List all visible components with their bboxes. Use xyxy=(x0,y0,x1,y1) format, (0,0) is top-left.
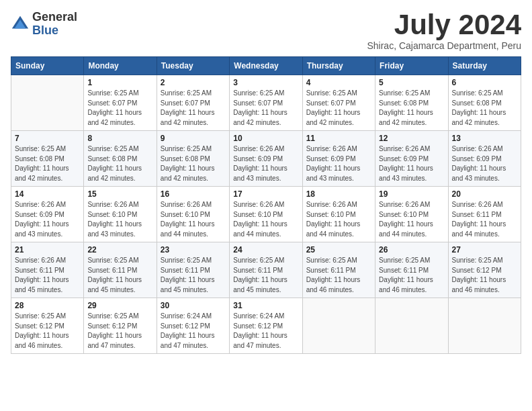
calendar-cell: 13Sunrise: 6:26 AM Sunset: 6:09 PM Dayli… xyxy=(448,131,521,187)
day-info: Sunrise: 6:26 AM Sunset: 6:09 PM Dayligh… xyxy=(15,200,80,239)
day-info: Sunrise: 6:25 AM Sunset: 6:07 PM Dayligh… xyxy=(233,89,298,128)
calendar-cell: 6Sunrise: 6:25 AM Sunset: 6:08 PM Daylig… xyxy=(448,75,521,131)
logo-general-text: General xyxy=(32,10,77,24)
calendar-cell: 12Sunrise: 6:26 AM Sunset: 6:09 PM Dayli… xyxy=(375,131,448,187)
day-number: 24 xyxy=(233,245,298,255)
day-info: Sunrise: 6:26 AM Sunset: 6:10 PM Dayligh… xyxy=(87,200,152,239)
calendar-cell xyxy=(302,298,375,354)
day-header-sunday: Sunday xyxy=(11,57,84,75)
day-info: Sunrise: 6:25 AM Sunset: 6:07 PM Dayligh… xyxy=(306,89,371,128)
day-info: Sunrise: 6:25 AM Sunset: 6:11 PM Dayligh… xyxy=(306,256,371,295)
calendar-cell: 22Sunrise: 6:25 AM Sunset: 6:11 PM Dayli… xyxy=(84,242,157,298)
day-info: Sunrise: 6:25 AM Sunset: 6:11 PM Dayligh… xyxy=(161,256,226,295)
calendar-cell: 16Sunrise: 6:26 AM Sunset: 6:10 PM Dayli… xyxy=(157,187,229,242)
logo: General Blue xyxy=(11,11,77,38)
days-header-row: SundayMondayTuesdayWednesdayThursdayFrid… xyxy=(11,57,521,75)
calendar-cell: 8Sunrise: 6:25 AM Sunset: 6:08 PM Daylig… xyxy=(84,131,157,187)
day-number: 25 xyxy=(306,245,371,255)
day-number: 4 xyxy=(306,78,371,87)
location-subtitle: Shirac, Cajamarca Department, Peru xyxy=(367,40,521,51)
day-number: 29 xyxy=(87,301,152,310)
calendar-cell: 11Sunrise: 6:26 AM Sunset: 6:09 PM Dayli… xyxy=(302,131,375,187)
calendar-cell xyxy=(375,298,448,354)
day-info: Sunrise: 6:26 AM Sunset: 6:10 PM Dayligh… xyxy=(306,200,371,239)
day-info: Sunrise: 6:26 AM Sunset: 6:11 PM Dayligh… xyxy=(452,200,517,239)
day-header-thursday: Thursday xyxy=(302,57,375,75)
logo-blue-text: Blue xyxy=(32,24,58,37)
calendar-cell: 17Sunrise: 6:26 AM Sunset: 6:10 PM Dayli… xyxy=(230,187,302,242)
calendar-week-3: 14Sunrise: 6:26 AM Sunset: 6:09 PM Dayli… xyxy=(11,187,521,242)
day-number: 13 xyxy=(452,134,517,143)
day-number: 18 xyxy=(306,189,371,199)
day-number: 2 xyxy=(161,78,226,87)
calendar-header: SundayMondayTuesdayWednesdayThursdayFrid… xyxy=(11,57,521,75)
day-number: 23 xyxy=(161,245,226,255)
day-info: Sunrise: 6:25 AM Sunset: 6:07 PM Dayligh… xyxy=(161,89,226,128)
calendar-cell: 23Sunrise: 6:25 AM Sunset: 6:11 PM Dayli… xyxy=(157,242,229,298)
day-info: Sunrise: 6:25 AM Sunset: 6:08 PM Dayligh… xyxy=(452,89,517,128)
calendar-cell: 2Sunrise: 6:25 AM Sunset: 6:07 PM Daylig… xyxy=(157,75,229,131)
calendar-body: 1Sunrise: 6:25 AM Sunset: 6:07 PM Daylig… xyxy=(11,75,521,354)
logo-icon xyxy=(11,15,30,34)
day-info: Sunrise: 6:26 AM Sunset: 6:09 PM Dayligh… xyxy=(306,144,371,183)
day-number: 28 xyxy=(15,301,80,310)
day-info: Sunrise: 6:26 AM Sunset: 6:10 PM Dayligh… xyxy=(233,200,298,239)
day-header-tuesday: Tuesday xyxy=(157,57,229,75)
day-number: 27 xyxy=(452,245,517,255)
calendar-cell xyxy=(11,75,84,131)
day-number: 31 xyxy=(233,301,298,310)
calendar-cell: 24Sunrise: 6:25 AM Sunset: 6:11 PM Dayli… xyxy=(230,242,302,298)
day-number: 6 xyxy=(452,78,517,87)
calendar-cell: 18Sunrise: 6:26 AM Sunset: 6:10 PM Dayli… xyxy=(302,187,375,242)
day-header-saturday: Saturday xyxy=(448,57,521,75)
calendar-cell: 5Sunrise: 6:25 AM Sunset: 6:08 PM Daylig… xyxy=(375,75,448,131)
month-title: July 2024 xyxy=(367,11,521,39)
day-number: 3 xyxy=(233,78,298,87)
day-number: 30 xyxy=(161,301,226,310)
day-number: 17 xyxy=(233,189,298,199)
calendar-cell: 29Sunrise: 6:25 AM Sunset: 6:12 PM Dayli… xyxy=(84,298,157,354)
day-number: 12 xyxy=(379,134,444,143)
calendar-cell: 9Sunrise: 6:25 AM Sunset: 6:08 PM Daylig… xyxy=(157,131,229,187)
logo-text: General Blue xyxy=(32,11,77,38)
day-info: Sunrise: 6:26 AM Sunset: 6:09 PM Dayligh… xyxy=(233,144,298,183)
day-info: Sunrise: 6:26 AM Sunset: 6:11 PM Dayligh… xyxy=(15,256,80,295)
page-header: General Blue July 2024 Shirac, Cajamarca… xyxy=(11,11,521,51)
day-number: 16 xyxy=(161,189,226,199)
calendar-cell: 31Sunrise: 6:24 AM Sunset: 6:12 PM Dayli… xyxy=(230,298,302,354)
calendar-cell: 10Sunrise: 6:26 AM Sunset: 6:09 PM Dayli… xyxy=(230,131,302,187)
day-info: Sunrise: 6:24 AM Sunset: 6:12 PM Dayligh… xyxy=(161,312,226,351)
day-number: 20 xyxy=(452,189,517,199)
calendar-cell: 26Sunrise: 6:25 AM Sunset: 6:11 PM Dayli… xyxy=(375,242,448,298)
day-info: Sunrise: 6:25 AM Sunset: 6:12 PM Dayligh… xyxy=(452,256,517,295)
day-number: 7 xyxy=(15,134,80,143)
calendar-cell xyxy=(448,298,521,354)
calendar-week-2: 7Sunrise: 6:25 AM Sunset: 6:08 PM Daylig… xyxy=(11,131,521,187)
day-info: Sunrise: 6:25 AM Sunset: 6:11 PM Dayligh… xyxy=(87,256,152,295)
calendar-table: SundayMondayTuesdayWednesdayThursdayFrid… xyxy=(11,56,521,354)
day-info: Sunrise: 6:25 AM Sunset: 6:07 PM Dayligh… xyxy=(87,89,152,128)
day-info: Sunrise: 6:25 AM Sunset: 6:08 PM Dayligh… xyxy=(87,144,152,183)
calendar-cell: 25Sunrise: 6:25 AM Sunset: 6:11 PM Dayli… xyxy=(302,242,375,298)
day-info: Sunrise: 6:26 AM Sunset: 6:10 PM Dayligh… xyxy=(379,200,444,239)
day-number: 9 xyxy=(161,134,226,143)
day-info: Sunrise: 6:26 AM Sunset: 6:09 PM Dayligh… xyxy=(452,144,517,183)
calendar-cell: 30Sunrise: 6:24 AM Sunset: 6:12 PM Dayli… xyxy=(157,298,229,354)
calendar-cell: 3Sunrise: 6:25 AM Sunset: 6:07 PM Daylig… xyxy=(230,75,302,131)
calendar-week-1: 1Sunrise: 6:25 AM Sunset: 6:07 PM Daylig… xyxy=(11,75,521,131)
day-number: 15 xyxy=(87,189,152,199)
day-number: 8 xyxy=(87,134,152,143)
day-header-wednesday: Wednesday xyxy=(230,57,302,75)
calendar-cell: 7Sunrise: 6:25 AM Sunset: 6:08 PM Daylig… xyxy=(11,131,84,187)
calendar-week-5: 28Sunrise: 6:25 AM Sunset: 6:12 PM Dayli… xyxy=(11,298,521,354)
day-header-friday: Friday xyxy=(375,57,448,75)
day-info: Sunrise: 6:25 AM Sunset: 6:08 PM Dayligh… xyxy=(379,89,444,128)
day-number: 26 xyxy=(379,245,444,255)
calendar-cell: 4Sunrise: 6:25 AM Sunset: 6:07 PM Daylig… xyxy=(302,75,375,131)
day-number: 19 xyxy=(379,189,444,199)
calendar-cell: 1Sunrise: 6:25 AM Sunset: 6:07 PM Daylig… xyxy=(84,75,157,131)
calendar-cell: 28Sunrise: 6:25 AM Sunset: 6:12 PM Dayli… xyxy=(11,298,84,354)
day-info: Sunrise: 6:25 AM Sunset: 6:11 PM Dayligh… xyxy=(233,256,298,295)
day-header-monday: Monday xyxy=(84,57,157,75)
day-info: Sunrise: 6:25 AM Sunset: 6:08 PM Dayligh… xyxy=(161,144,226,183)
